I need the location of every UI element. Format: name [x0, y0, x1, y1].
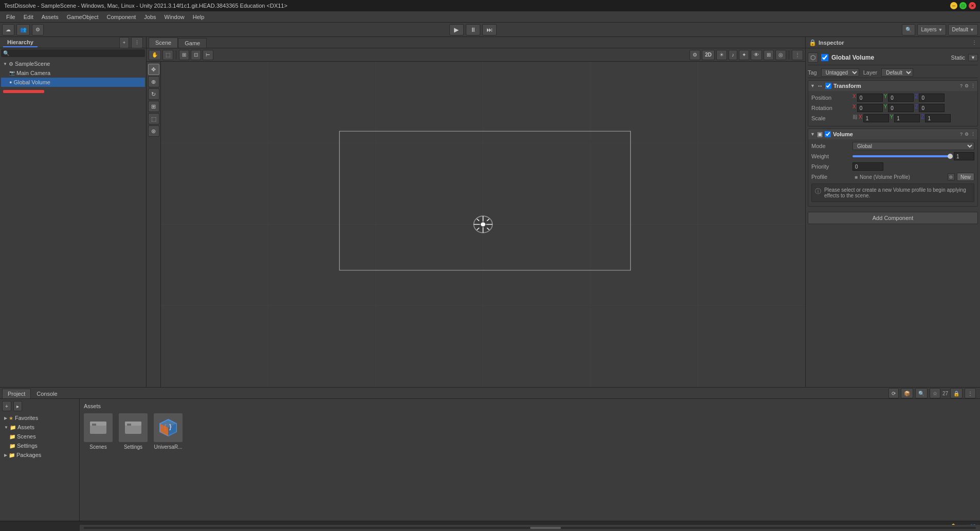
play-button[interactable]: ▶ [449, 24, 464, 35]
transform-help-icon[interactable]: ? [960, 83, 963, 88]
menu-jobs[interactable]: Jobs [140, 13, 160, 21]
hierarchy-add-btn[interactable]: + [119, 37, 129, 48]
favorites-item[interactable]: ▶ ★ Favorites [2, 413, 77, 423]
rot-x-input[interactable] [857, 104, 883, 112]
rot-y-input[interactable] [888, 104, 914, 112]
inspector-lock-btn[interactable]: 🔒 [809, 39, 816, 46]
menu-gameobject[interactable]: GameObject [63, 13, 103, 21]
scene-hidden-btn[interactable]: 👁 [751, 50, 762, 60]
tool-scale[interactable]: ⊞ [148, 101, 159, 112]
bottom-more-btn[interactable]: ⋮ [965, 388, 976, 398]
tree-item-samplescene[interactable]: ▼ ⚙ SampleScene [1, 59, 145, 68]
tree-item-maincamera[interactable]: 📷 Main Camera [1, 68, 145, 78]
bottom-lock-btn[interactable]: 🔒 [950, 388, 963, 398]
search-button[interactable]: 🔍 [902, 24, 915, 35]
scene-stats-btn[interactable]: ⊞ [764, 50, 774, 60]
bottom-scrollbar-thumb[interactable] [530, 527, 561, 529]
menu-assets[interactable]: Assets [38, 13, 63, 21]
pos-y-input[interactable] [888, 94, 914, 102]
close-button[interactable]: ✕ [969, 2, 976, 9]
scene-more-btn[interactable]: ⋮ [792, 50, 803, 60]
scene-tool-hand[interactable]: ✋ [149, 50, 161, 60]
scene-gizmo-btn[interactable]: ⚙ [689, 50, 700, 60]
tool-rect[interactable]: ⬚ [148, 113, 159, 124]
transform-header[interactable]: ▼ ↔ Transform ? ⚙ ⋮ [808, 81, 977, 91]
tab-console[interactable]: Console [31, 389, 63, 398]
scene-2d-btn[interactable]: 2D [702, 50, 715, 60]
bottom-search-btn[interactable]: 🔍 [915, 388, 928, 398]
volume-help-icon[interactable]: ? [960, 132, 963, 137]
scene-tab[interactable]: Scene [149, 38, 178, 48]
menu-component[interactable]: Component [102, 13, 140, 21]
hierarchy-tab[interactable]: Hierarchy [3, 38, 38, 47]
volume-header[interactable]: ▼ ▣ Volume ? ⚙ ⋮ [808, 129, 977, 139]
pause-button[interactable]: ⏸ [466, 24, 480, 35]
default-dropdown[interactable]: Default ▼ [948, 24, 978, 35]
object-active-checkbox[interactable] [821, 54, 828, 61]
rot-z-input[interactable] [919, 104, 945, 112]
toolbar-collab-btn[interactable]: 👥 [16, 24, 30, 35]
scene-gizmos-btn[interactable]: ◎ [775, 50, 786, 60]
priority-input[interactable] [852, 162, 883, 171]
tab-project[interactable]: Project [2, 389, 31, 398]
packages-item[interactable]: ▶ 📁 Packages [2, 450, 77, 460]
game-tab[interactable]: Game [178, 38, 207, 48]
toolbar-cloud-btn[interactable]: ⚙ [32, 24, 44, 35]
minimize-button[interactable]: ─ [950, 2, 957, 9]
weight-slider[interactable] [852, 155, 952, 157]
project-add-btn[interactable]: + [2, 401, 11, 411]
tool-rotate[interactable]: ↻ [148, 88, 159, 100]
static-dropdown-btn[interactable]: ▼ [968, 54, 978, 61]
transform-enabled-cb[interactable] [825, 83, 831, 89]
pos-z-input[interactable] [919, 94, 945, 102]
project-expand-btn[interactable]: ▸ [13, 401, 22, 411]
bottom-star-btn[interactable]: ☆ [930, 388, 940, 398]
toolbar-account-btn[interactable]: ☁ [2, 24, 14, 35]
asset-settings[interactable]: Settings [119, 413, 148, 450]
scene-light-btn[interactable]: ☀ [716, 50, 727, 60]
menu-edit[interactable]: Edit [20, 13, 38, 21]
menu-window[interactable]: Window [160, 13, 189, 21]
mode-dropdown[interactable]: Global Local [852, 142, 974, 150]
new-profile-btn[interactable]: New [957, 173, 974, 181]
scene-tool-align[interactable]: ⊢ [203, 50, 213, 60]
tree-item-globalvolume[interactable]: ● Global Volume [1, 78, 145, 87]
maximize-button[interactable]: □ [959, 2, 967, 9]
volume-settings-icon[interactable]: ⚙ [965, 132, 969, 137]
pos-x-input[interactable] [857, 94, 883, 102]
layer-dropdown[interactable]: Default [881, 68, 913, 77]
scale-z-input[interactable] [925, 114, 951, 122]
asset-universal[interactable]: { } UniversaR... [154, 413, 183, 450]
step-button[interactable]: ⏭ [482, 24, 497, 35]
transform-more-icon[interactable]: ⋮ [971, 83, 975, 88]
volume-more-icon[interactable]: ⋮ [971, 132, 975, 137]
add-component-btn[interactable]: Add Component [808, 212, 978, 224]
scene-fx-btn[interactable]: ✦ [739, 50, 749, 60]
settings-item[interactable]: 📁 Settings [2, 441, 77, 450]
menu-help[interactable]: Help [189, 13, 209, 21]
profile-target-btn[interactable]: ⊙ [948, 173, 955, 180]
hierarchy-more-btn[interactable]: ⋮ [131, 37, 143, 48]
scene-tool-select[interactable]: ⬚ [162, 50, 173, 60]
assets-item[interactable]: ▼ 📁 Assets [2, 423, 77, 432]
tool-transform[interactable]: ⊛ [148, 125, 159, 137]
volume-enabled-cb[interactable] [825, 131, 831, 137]
tag-dropdown[interactable]: Untagged [821, 68, 859, 77]
asset-scenes[interactable]: Scenes [84, 413, 113, 450]
scale-x-input[interactable] [863, 114, 889, 122]
scene-tool-snap[interactable]: ⊡ [191, 50, 201, 60]
scale-y-input[interactable] [894, 114, 920, 122]
bottom-refresh-btn[interactable]: ⟳ [888, 388, 899, 398]
inspector-debug-btn[interactable]: ⋮ [972, 40, 977, 45]
weight-input[interactable] [954, 152, 974, 160]
scene-view[interactable] [161, 62, 805, 387]
bottom-package-btn[interactable]: 📦 [901, 388, 913, 398]
scenes-item[interactable]: 📁 Scenes [2, 432, 77, 441]
tool-move[interactable]: ⊕ [148, 76, 159, 87]
scene-tool-grid[interactable]: ⊞ [179, 50, 189, 60]
scene-audio-btn[interactable]: ♪ [729, 50, 737, 60]
menu-file[interactable]: File [2, 13, 20, 21]
layers-dropdown[interactable]: Layers ▼ [917, 24, 946, 35]
tool-pointer[interactable]: ✥ [148, 64, 159, 75]
transform-settings-icon[interactable]: ⚙ [965, 83, 969, 88]
